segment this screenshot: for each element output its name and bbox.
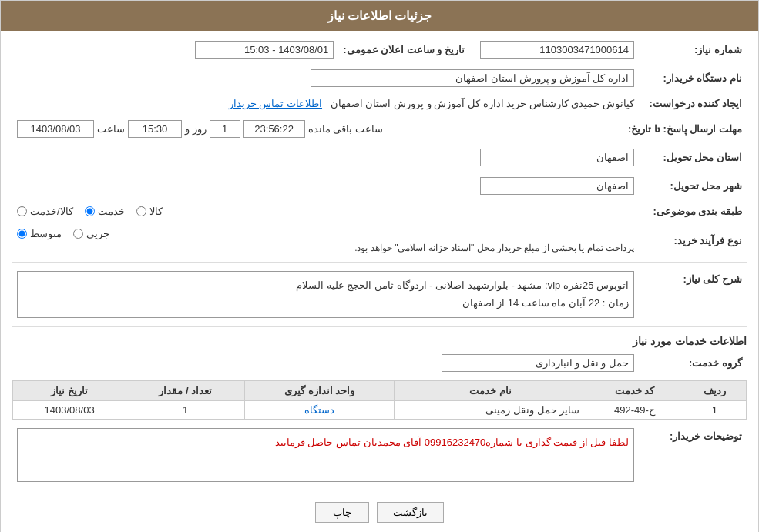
need-number-label: شماره نیاز: — [639, 38, 747, 61]
buyer-org-label: نام دستگاه خریدار: — [639, 67, 747, 89]
need-description-box: اتوبوس 25نفره vip: مشهد - بلوارشهید اصلا… — [17, 271, 634, 318]
service-group-value: حمل و نقل و انبارداری — [442, 354, 634, 372]
send-date: 1403/08/03 — [17, 120, 94, 138]
cell-row: 1 — [683, 400, 746, 419]
province-value: اصفهان — [480, 149, 634, 166]
col-qty: تعداد / مقدار — [126, 380, 245, 400]
send-date-label: مهلت ارسال پاسخ: تا تاریخ: — [623, 118, 747, 140]
purchase-type-label: نوع فرآیند خرید: — [639, 226, 747, 256]
need-number-value: 1103003471000614 — [480, 41, 634, 59]
need-description-line2: زمان : 22 آبان ماه ساعت 14 از اصفهان — [22, 294, 629, 312]
services-table: ردیف کد خدمت نام خدمت واحد اندازه گیری ت… — [12, 380, 747, 420]
category-option-khadamat[interactable]: خدمت — [85, 206, 125, 217]
creator-label: ایجاد کننده درخواست: — [639, 95, 747, 112]
col-row: ردیف — [683, 380, 746, 400]
city-value: اصفهان — [480, 177, 634, 195]
send-remaining: 23:56:22 — [243, 120, 305, 138]
province-label: استان محل تحویل: — [639, 146, 747, 169]
cell-unit: دستگاه — [245, 400, 395, 419]
print-button[interactable]: چاپ — [315, 502, 369, 523]
button-row: بازگشت چاپ — [12, 490, 747, 532]
page-title: جزئیات اطلاعات نیاز — [327, 9, 432, 22]
remaining-hours-label: ساعت باقی مانده — [308, 123, 383, 135]
need-description-line1: اتوبوس 25نفره vip: مشهد - بلوارشهید اصلا… — [22, 276, 629, 294]
time-label: ساعت — [97, 123, 125, 135]
creator-value: کیانوش حمیدی کارشناس خرید اداره کل آموزش… — [331, 98, 634, 109]
announce-label: تاریخ و ساعت اعلان عمومی: — [338, 38, 469, 61]
buyer-notes-label: توضیحات خریدار: — [639, 426, 747, 484]
cell-date: 1403/08/03 — [13, 400, 126, 419]
category-option-kala[interactable]: کالا — [136, 206, 163, 217]
send-time: 15:30 — [128, 120, 182, 138]
creator-contact-link[interactable]: اطلاعات تماس خریدار — [229, 98, 322, 109]
need-description-label: شرح کلی نیاز: — [639, 269, 747, 320]
cell-qty: 1 — [126, 400, 245, 419]
purchase-type-note: پرداخت تمام یا بخشی از مبلغ خریدار محل "… — [17, 243, 634, 253]
table-row: 1 ح-49-492 سایر حمل ونقل زمینی دستگاه 1 … — [13, 400, 747, 419]
category-option-kala-khadamat[interactable]: کالا/خدمت — [17, 206, 73, 217]
buyer-org-value: اداره کل آموزش و پرورش استان اصفهان — [311, 69, 634, 87]
cell-name: سایر حمل ونقل زمینی — [395, 400, 586, 419]
col-code: کد خدمت — [586, 380, 683, 400]
col-name: نام خدمت — [395, 380, 586, 400]
cell-code: ح-49-492 — [586, 400, 683, 419]
col-date: تاریخ نیاز — [13, 380, 126, 400]
col-unit: واحد اندازه گیری — [245, 380, 395, 400]
announce-value: 1403/08/01 - 15:03 — [195, 41, 334, 59]
page-header: جزئیات اطلاعات نیاز — [1, 1, 758, 31]
buyer-notes-box: لطفا قبل از قیمت گذاری با شماره099162324… — [17, 428, 634, 482]
send-days: 1 — [210, 120, 240, 138]
purchase-type-radio-group: متوسط جزیی — [17, 228, 634, 239]
service-group-label: گروه خدمت: — [639, 352, 747, 374]
purchase-type-motavasset[interactable]: متوسط — [17, 228, 62, 239]
category-label: طبقه بندی موضوعی: — [639, 203, 747, 219]
services-section-title: اطلاعات خدمات مورد نیاز — [12, 335, 747, 347]
purchase-type-jozyi[interactable]: جزیی — [73, 228, 109, 239]
back-button[interactable]: بازگشت — [377, 502, 444, 523]
category-radio-group: کالا/خدمت خدمت کالا — [17, 206, 634, 217]
days-remaining-label: روز و — [185, 123, 207, 135]
city-label: شهر محل تحویل: — [639, 175, 747, 197]
